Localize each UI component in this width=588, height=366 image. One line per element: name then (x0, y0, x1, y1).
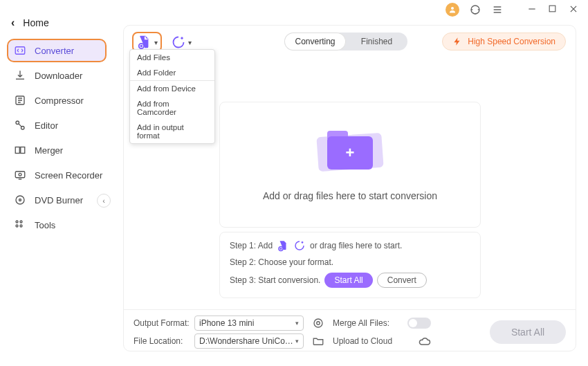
compressor-icon (14, 94, 26, 107)
upload-cloud-label: Upload to Cloud (333, 336, 402, 346)
start-all-footer-button[interactable]: Start All (490, 320, 566, 344)
screen-recorder-icon (14, 169, 26, 181)
back-icon: ‹ (11, 17, 15, 29)
step-1-pre: Step 1: Add (230, 241, 273, 250)
svg-rect-9 (15, 172, 25, 178)
lightning-icon (452, 37, 462, 46)
add-url-icon (172, 35, 185, 49)
step-3-row: Step 3: Start conversion. Start All Conv… (230, 273, 470, 288)
add-file-icon (136, 35, 151, 50)
start-all-button[interactable]: Start All (324, 273, 372, 288)
chevron-down-icon: ▾ (154, 39, 158, 46)
sidebar-item-label: Editor (35, 120, 58, 131)
step-3: Step 3: Start conversion. (230, 275, 320, 285)
svg-point-13 (16, 221, 18, 223)
svg-point-16 (20, 225, 22, 227)
add-url-button[interactable]: ▾ (169, 34, 194, 51)
menu-icon[interactable] (491, 3, 504, 16)
sidebar-item-label: Downloader (35, 71, 82, 81)
sidebar-item-label: Merger (35, 145, 63, 156)
output-format-select[interactable]: iPhone 13 mini ▾ (194, 315, 304, 331)
svg-point-19 (314, 319, 322, 327)
hsc-label: High Speed Conversion (468, 37, 555, 46)
drop-area[interactable]: + Add or drag files here to start conver… (219, 102, 481, 228)
chevron-down-icon: ▾ (188, 39, 192, 46)
dd-add-in-output-format[interactable]: Add in output format (130, 120, 214, 143)
avatar[interactable] (445, 3, 459, 17)
merge-toggle[interactable] (407, 318, 431, 329)
sidebar-item-label: Compressor (35, 95, 84, 106)
svg-rect-3 (15, 47, 25, 55)
svg-rect-8 (21, 147, 25, 154)
home-nav[interactable]: ‹ Home (0, 12, 111, 39)
add-file-icon[interactable] (277, 239, 289, 252)
tools-icon (14, 219, 26, 231)
dd-add-from-camcorder[interactable]: Add from Camcorder (130, 96, 214, 120)
tab-converting[interactable]: Converting (284, 33, 346, 51)
converter-icon (14, 44, 26, 57)
sidebar-item-tools[interactable]: Tools (7, 213, 111, 237)
output-format-label: Output Format: (134, 318, 189, 328)
sidebar-item-label: Tools (35, 220, 55, 230)
svg-point-20 (317, 322, 320, 325)
add-url-icon[interactable] (293, 239, 306, 252)
sidebar-item-label: DVD Burner (35, 195, 83, 205)
svg-point-0 (451, 7, 454, 10)
svg-rect-2 (549, 6, 555, 12)
svg-point-5 (16, 121, 19, 125)
merger-icon (14, 144, 26, 156)
dd-add-folder[interactable]: Add Folder (130, 65, 214, 80)
svg-point-11 (16, 196, 24, 204)
maximize-icon[interactable] (548, 4, 559, 15)
tab-finished[interactable]: Finished (346, 33, 407, 51)
output-settings-icon[interactable] (309, 317, 327, 329)
svg-point-12 (19, 199, 21, 201)
steps-panel: Step 1: Add or drag files here to start.… (219, 232, 481, 298)
sidebar-item-converter[interactable]: Converter (7, 39, 107, 62)
add-dropdown: Add Files Add Folder Add from Device Add… (129, 49, 215, 144)
close-icon[interactable] (569, 4, 580, 15)
support-icon[interactable] (469, 3, 481, 16)
svg-rect-7 (15, 147, 19, 154)
merge-label: Merge All Files: (333, 318, 402, 328)
step-1: Step 1: Add or drag files here to start. (230, 239, 470, 252)
sidebar-item-downloader[interactable]: Downloader (7, 64, 111, 87)
home-label: Home (23, 17, 48, 28)
sidebar-collapse-handle[interactable]: ‹ (97, 194, 111, 208)
sidebar-item-screen-recorder[interactable]: Screen Recorder (7, 163, 111, 187)
high-speed-conversion-button[interactable]: High Speed Conversion (442, 33, 566, 51)
svg-point-15 (16, 225, 18, 227)
sidebar-item-label: Screen Recorder (35, 170, 102, 181)
sidebar-item-editor[interactable]: Editor (7, 113, 111, 137)
step-2: Step 2: Choose your format. (230, 257, 470, 267)
svg-point-6 (21, 127, 25, 130)
sidebar-item-dvd-burner[interactable]: DVD Burner (7, 188, 111, 212)
user-icon (448, 6, 457, 14)
svg-point-10 (19, 173, 21, 176)
sidebar-item-merger[interactable]: Merger (7, 138, 111, 162)
convert-button[interactable]: Convert (377, 273, 427, 288)
status-tabs: Converting Finished (284, 33, 407, 51)
cloud-icon[interactable] (407, 336, 442, 347)
file-location-select[interactable]: D:\Wondershare UniConverter 1 ▾ (194, 333, 304, 349)
dd-add-files[interactable]: Add Files (130, 50, 214, 65)
sidebar-item-label: Converter (35, 46, 74, 56)
folder-icon: + (312, 128, 388, 176)
chevron-down-icon: ▾ (295, 320, 299, 327)
editor-icon (14, 119, 26, 131)
open-folder-icon[interactable] (309, 335, 327, 347)
output-format-value: iPhone 13 mini (199, 318, 254, 328)
step-1-post: or drag files here to start. (310, 241, 402, 250)
dd-add-from-device[interactable]: Add from Device (130, 80, 214, 96)
chevron-down-icon: ▾ (295, 338, 299, 345)
file-location-label: File Location: (134, 336, 189, 346)
dvd-icon (14, 194, 26, 206)
minimize-icon[interactable] (527, 4, 538, 15)
svg-point-14 (20, 221, 22, 223)
downloader-icon (14, 69, 26, 82)
file-location-value: D:\Wondershare UniConverter 1 (199, 336, 295, 346)
sidebar-item-compressor[interactable]: Compressor (7, 89, 111, 112)
drop-text: Add or drag files here to start conversi… (263, 190, 437, 201)
